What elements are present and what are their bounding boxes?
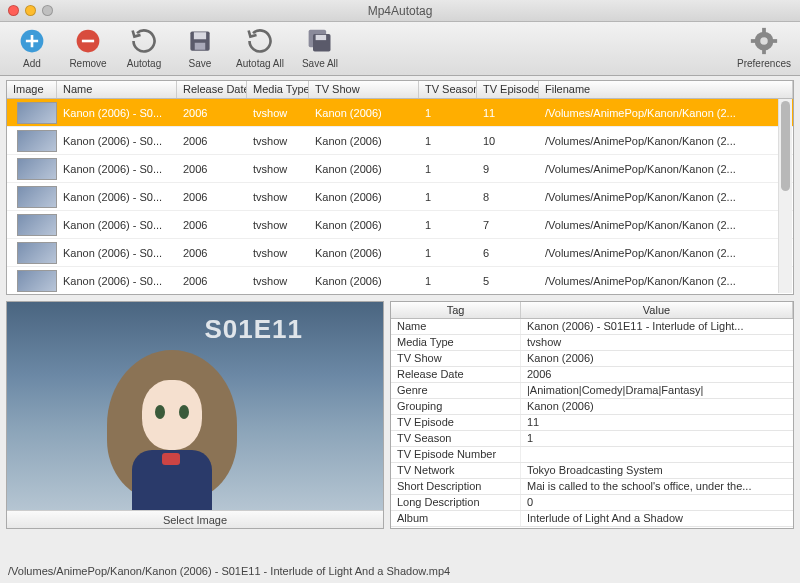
table-row[interactable]: Kanon (2006) - S0...2006tvshowKanon (200…: [7, 267, 793, 294]
cell-season: 1: [419, 275, 477, 287]
statusbar: /Volumes/AnimePop/Kanon/Kanon (2006) - S…: [0, 561, 800, 583]
zoom-window-icon[interactable]: [42, 5, 53, 16]
tag-row[interactable]: NameKanon (2006) - S01E11 - Interlude of…: [391, 319, 793, 335]
tag-key: Album: [391, 511, 521, 526]
save-button[interactable]: Save: [176, 26, 224, 69]
titlebar: Mp4Autotag: [0, 0, 800, 22]
tag-column-tag[interactable]: Tag: [391, 302, 521, 318]
cell-filename: /Volumes/AnimePop/Kanon/Kanon (2...: [539, 191, 793, 203]
cell-filename: /Volumes/AnimePop/Kanon/Kanon (2...: [539, 135, 793, 147]
save-icon: [185, 26, 215, 56]
cell-filename: /Volumes/AnimePop/Kanon/Kanon (2...: [539, 275, 793, 287]
gear-icon: [749, 26, 779, 56]
tag-key: Genre: [391, 383, 521, 398]
tag-value[interactable]: tvshow: [521, 335, 793, 350]
cell-release: 2006: [177, 163, 247, 175]
table-scrollbar[interactable]: [778, 99, 792, 293]
tag-row[interactable]: Media Typetvshow: [391, 335, 793, 351]
tag-row[interactable]: TV NetworkTokyo Broadcasting System: [391, 463, 793, 479]
cell-season: 1: [419, 163, 477, 175]
cell-show: Kanon (2006): [309, 275, 419, 287]
add-label: Add: [23, 58, 41, 69]
tag-value[interactable]: 11: [521, 415, 793, 430]
save-label: Save: [189, 58, 212, 69]
autotag-all-button[interactable]: Autotag All: [232, 26, 288, 69]
tag-key: TV Episode: [391, 415, 521, 430]
column-image[interactable]: Image: [7, 81, 57, 98]
column-release-date[interactable]: Release Date: [177, 81, 247, 98]
column-filename[interactable]: Filename: [539, 81, 793, 98]
table-body: Kanon (2006) - S0...2006tvshowKanon (200…: [7, 99, 793, 294]
select-image-button[interactable]: Select Image: [7, 510, 383, 528]
table-row[interactable]: Kanon (2006) - S0...2006tvshowKanon (200…: [7, 127, 793, 155]
tag-row[interactable]: AlbumInterlude of Light And a Shadow: [391, 511, 793, 527]
column-tv-show[interactable]: TV Show: [309, 81, 419, 98]
cell-episode: 6: [477, 247, 539, 259]
cell-season: 1: [419, 135, 477, 147]
tag-row[interactable]: TV Episode11: [391, 415, 793, 431]
minimize-window-icon[interactable]: [25, 5, 36, 16]
thumbnail-icon: [17, 214, 57, 236]
tag-key: TV Show: [391, 351, 521, 366]
table-row[interactable]: Kanon (2006) - S0...2006tvshowKanon (200…: [7, 183, 793, 211]
column-tv-season[interactable]: TV Season: [419, 81, 477, 98]
table-row[interactable]: Kanon (2006) - S0...2006tvshowKanon (200…: [7, 211, 793, 239]
autotag-button[interactable]: Autotag: [120, 26, 168, 69]
column-media-type[interactable]: Media Type: [247, 81, 309, 98]
file-table: Image Name Release Date Media Type TV Sh…: [6, 80, 794, 295]
tag-row[interactable]: Genre|Animation|Comedy|Drama|Fantasy|: [391, 383, 793, 399]
cell-release: 2006: [177, 275, 247, 287]
save-all-button[interactable]: Save All: [296, 26, 344, 69]
table-row[interactable]: Kanon (2006) - S0...2006tvshowKanon (200…: [7, 155, 793, 183]
cell-season: 1: [419, 107, 477, 119]
cell-show: Kanon (2006): [309, 135, 419, 147]
tag-key: Grouping: [391, 399, 521, 414]
tag-value[interactable]: Mai is called to the school's office, un…: [521, 479, 793, 494]
tag-value[interactable]: 0: [521, 495, 793, 510]
close-window-icon[interactable]: [8, 5, 19, 16]
tag-value[interactable]: Kanon (2006) - S01E11 - Interlude of Lig…: [521, 319, 793, 334]
table-row[interactable]: Kanon (2006) - S0...2006tvshowKanon (200…: [7, 239, 793, 267]
tag-value[interactable]: Interlude of Light And a Shadow: [521, 511, 793, 526]
thumbnail-icon: [17, 102, 57, 124]
tag-row[interactable]: TV Episode Number: [391, 447, 793, 463]
tag-key: Short Description: [391, 479, 521, 494]
tag-row[interactable]: Short DescriptionMai is called to the sc…: [391, 479, 793, 495]
cell-media: tvshow: [247, 219, 309, 231]
table-header: Image Name Release Date Media Type TV Sh…: [7, 81, 793, 99]
tag-column-value[interactable]: Value: [521, 302, 793, 318]
tag-value[interactable]: Tokyo Broadcasting System: [521, 463, 793, 478]
thumbnail-icon: [17, 186, 57, 208]
add-button[interactable]: Add: [8, 26, 56, 69]
tag-row[interactable]: GroupingKanon (2006): [391, 399, 793, 415]
preview-pane: S01E11 Select Image: [6, 301, 384, 529]
cell-season: 1: [419, 247, 477, 259]
autotag-all-label: Autotag All: [236, 58, 284, 69]
tag-value[interactable]: [521, 447, 793, 462]
tag-value[interactable]: 1: [521, 431, 793, 446]
toolbar: Add Remove Autotag Save Autotag All Save…: [0, 22, 800, 76]
tag-value[interactable]: |Animation|Comedy|Drama|Fantasy|: [521, 383, 793, 398]
tag-row[interactable]: TV ShowKanon (2006): [391, 351, 793, 367]
cell-name: Kanon (2006) - S0...: [57, 191, 177, 203]
tag-row[interactable]: Release Date2006: [391, 367, 793, 383]
tag-header: Tag Value: [391, 302, 793, 319]
preferences-button[interactable]: Preferences: [736, 26, 792, 69]
tag-value[interactable]: Kanon (2006): [521, 351, 793, 366]
remove-icon: [73, 26, 103, 56]
remove-button[interactable]: Remove: [64, 26, 112, 69]
tag-value[interactable]: Kanon (2006): [521, 399, 793, 414]
add-icon: [17, 26, 47, 56]
cell-media: tvshow: [247, 275, 309, 287]
tag-key: Release Date: [391, 367, 521, 382]
column-tv-episode[interactable]: TV Episode: [477, 81, 539, 98]
tag-row[interactable]: TV Season1: [391, 431, 793, 447]
svg-rect-11: [762, 49, 766, 55]
tag-value[interactable]: 2006: [521, 367, 793, 382]
column-name[interactable]: Name: [57, 81, 177, 98]
thumbnail-icon: [17, 242, 57, 264]
tag-row[interactable]: Long Description0: [391, 495, 793, 511]
tag-key: Media Type: [391, 335, 521, 350]
autotag-label: Autotag: [127, 58, 161, 69]
table-row[interactable]: Kanon (2006) - S0...2006tvshowKanon (200…: [7, 99, 793, 127]
